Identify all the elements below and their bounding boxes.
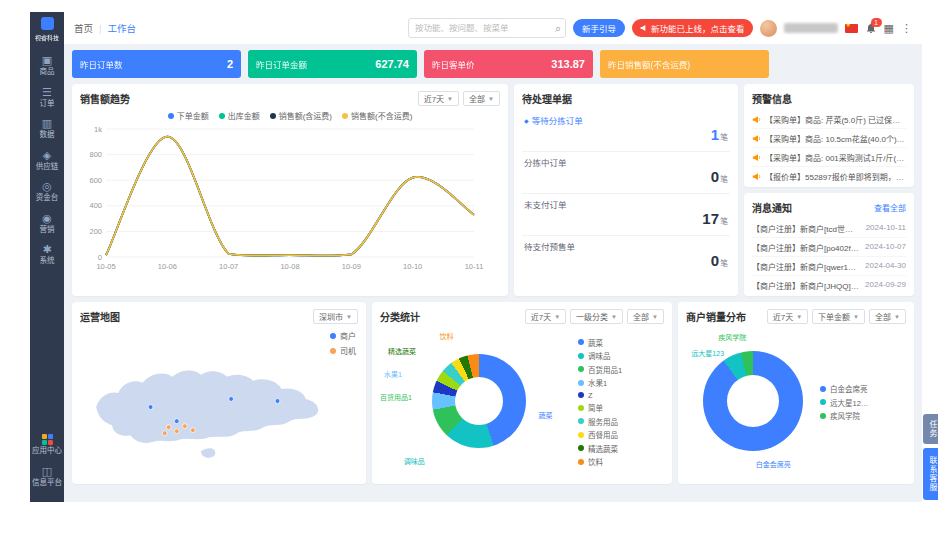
- sidebar-item-label: 供应链: [34, 163, 61, 172]
- filter-select[interactable]: 全部▼: [869, 309, 906, 324]
- sidebar-item-supply-chain[interactable]: ◈供应链: [34, 145, 61, 177]
- donut-label: 白金会席亮: [756, 459, 791, 469]
- task-tab[interactable]: 任务: [923, 414, 938, 444]
- pending-row[interactable]: 分拣中订单0笔: [522, 152, 730, 194]
- svg-text:600: 600: [89, 176, 102, 185]
- legend-item[interactable]: 白金会席亮: [820, 383, 906, 394]
- pending-row[interactable]: ◆等待分拣订单1笔: [522, 110, 730, 152]
- legend-item[interactable]: 销售额(含运费): [270, 110, 332, 121]
- sidebar-item-orders[interactable]: ☰订单: [34, 82, 61, 114]
- legend-item[interactable]: 西餐用品: [578, 429, 664, 440]
- order-icon: ☰: [42, 87, 52, 98]
- legend-dot: [578, 418, 584, 424]
- pending-row[interactable]: 未支付订单17笔: [522, 194, 730, 236]
- megaphone-icon: [640, 24, 648, 32]
- alert-item[interactable]: 【采购单】商品: 芹菜(5.0斤) 已过保质期，请及时处理（批次号: T10…: [752, 110, 906, 129]
- stat-card-2[interactable]: 昨日客单价313.87: [424, 50, 593, 78]
- filter-select[interactable]: 下单金额▼: [812, 309, 865, 324]
- legend-item[interactable]: 饮料: [578, 456, 664, 467]
- map-legend-item[interactable]: 司机: [330, 345, 356, 356]
- search-icon[interactable]: ⌕: [555, 23, 561, 34]
- user-name-blurred[interactable]: [784, 23, 838, 33]
- svg-text:400: 400: [89, 201, 102, 210]
- legend-item[interactable]: 蔬菜: [578, 337, 664, 348]
- filter-select[interactable]: 近7天▼: [525, 309, 566, 324]
- panel-title-merchant: 商户销量分布: [686, 309, 746, 324]
- message-text: 【商户注册】新商户[tcd世凡居] 注册成功，请及时审核。: [752, 223, 860, 234]
- legend-item[interactable]: 销售额(不含运费): [342, 110, 412, 121]
- filter-select[interactable]: 近7天▼: [418, 91, 459, 106]
- message-item[interactable]: 【商户注册】新商户[tcd世凡居] 注册成功，请及时审核。2024-10-11: [752, 219, 906, 238]
- stat-card-3[interactable]: 昨日销售额(不含运费): [600, 50, 769, 78]
- breadcrumb-home[interactable]: 首页: [74, 21, 93, 35]
- customer-service-button[interactable]: 联系客服: [923, 448, 938, 500]
- legend-item[interactable]: 服务用品: [578, 416, 664, 427]
- message-item[interactable]: 【商户注册】新商户[po402f8v3v70prz38kh] 注册成功，请…20…: [752, 238, 906, 257]
- guide-button[interactable]: 新手引导: [573, 19, 625, 37]
- filter-select[interactable]: 一级分类▼: [570, 309, 623, 324]
- promo-button[interactable]: 新功能已上线，点击查看: [632, 19, 753, 37]
- legend-dot: [578, 380, 584, 386]
- merchant-donut-chart[interactable]: [703, 351, 803, 451]
- filter-select[interactable]: 近7天▼: [767, 309, 808, 324]
- stat-card-label: 昨日订单数: [80, 58, 123, 70]
- legend-item[interactable]: 下单金额: [168, 110, 209, 121]
- alert-item[interactable]: 【采购单】商品: 10.5cm花盆(40.0个) 已过保质期，请及时处理（…: [752, 129, 906, 148]
- customer-service-label: 联系客服: [928, 456, 937, 492]
- breadcrumb: 首页 | 工作台: [74, 21, 136, 35]
- sidebar-item-system[interactable]: ✱系统: [34, 239, 61, 271]
- search-input[interactable]: [413, 22, 555, 34]
- legend-dot: [168, 113, 174, 119]
- map-dot: [166, 425, 171, 430]
- filter-select[interactable]: 全部▼: [463, 91, 500, 106]
- legend-item[interactable]: 百货用品1: [578, 364, 664, 375]
- legend-dot: [578, 392, 584, 398]
- legend-dot: [578, 445, 584, 451]
- map-dot: [162, 431, 167, 436]
- view-all-link[interactable]: 查看全部: [874, 202, 906, 213]
- sidebar-item-marketing[interactable]: ◉营销: [34, 208, 61, 240]
- pending-row[interactable]: 待支付预售单0笔: [522, 236, 730, 277]
- legend-item[interactable]: 简单: [578, 402, 664, 413]
- category-donut-chart[interactable]: [432, 354, 526, 448]
- sidebar-item-data[interactable]: ▥数据: [34, 113, 61, 145]
- legend-dot: [330, 348, 336, 354]
- breadcrumb-workbench[interactable]: 工作台: [107, 21, 136, 35]
- legend-item[interactable]: 精选蔬菜: [578, 443, 664, 454]
- legend-item[interactable]: Z: [578, 391, 664, 400]
- sidebar-item-app-center[interactable]: 应用中心: [30, 429, 64, 461]
- merchant-sales-panel: 商户销量分布 近7天▼下单金额▼全部▼ 远大星123疾风学院白金会席亮 白金会席…: [678, 302, 914, 484]
- alert-item[interactable]: 【报价单】552897报价单即将到期，请及时更新报价1: [752, 167, 906, 185]
- legend-dot: [578, 339, 584, 345]
- region-select[interactable]: 深圳市▼: [313, 309, 358, 324]
- legend-item[interactable]: 调味品: [578, 350, 664, 361]
- stat-card-value: 627.74: [375, 58, 409, 70]
- more-icon[interactable]: ⋮: [901, 22, 912, 35]
- legend-item[interactable]: 水果1: [578, 377, 664, 388]
- stat-card-1[interactable]: 昨日订单金额627.74: [248, 50, 417, 78]
- filter-select[interactable]: 全部▼: [627, 309, 664, 324]
- legend-dot: [578, 366, 584, 372]
- alert-item[interactable]: 【采购单】商品: 001采购测试1斤/斤(5.0斤)已过保质期，请及时处…: [752, 148, 906, 167]
- bell-icon[interactable]: 1: [865, 22, 877, 34]
- sidebar-item-finance[interactable]: ◎资金台: [34, 176, 61, 208]
- map-legend-item[interactable]: 商户: [330, 330, 356, 341]
- stat-card-value: 2: [227, 58, 233, 70]
- logo[interactable]: 视睿科技: [33, 17, 61, 42]
- stat-card-0[interactable]: 昨日订单数2: [72, 50, 241, 78]
- language-flag-icon[interactable]: [845, 24, 858, 33]
- apps-grid-icon[interactable]: ▦: [884, 22, 894, 35]
- message-item[interactable]: 【商户注册】新商户[JHQQ] 注册成功，请及时审核。2024-09-29: [752, 276, 906, 294]
- legend-item[interactable]: 疾风学院: [820, 410, 906, 421]
- alert-horn-icon: [752, 134, 761, 143]
- legend-item[interactable]: 出库金额: [219, 110, 260, 121]
- sidebar-item-goods[interactable]: ▣商品: [34, 50, 61, 82]
- svg-text:10-06: 10-06: [158, 262, 177, 271]
- sidebar-item-info-platform[interactable]: ◫信息平台: [30, 461, 64, 493]
- sales-trend-chart[interactable]: 02004006008001k10-0510-0610-0710-0810-09…: [80, 121, 500, 277]
- avatar[interactable]: [760, 20, 777, 37]
- message-item[interactable]: 【商户注册】新商户[qwer12332100] 注册成功，请及时审…2024-0…: [752, 257, 906, 276]
- legend-item[interactable]: 远大星12…: [820, 397, 906, 408]
- pending-row-value: 1笔: [524, 126, 728, 146]
- shenzhen-map[interactable]: [80, 328, 342, 472]
